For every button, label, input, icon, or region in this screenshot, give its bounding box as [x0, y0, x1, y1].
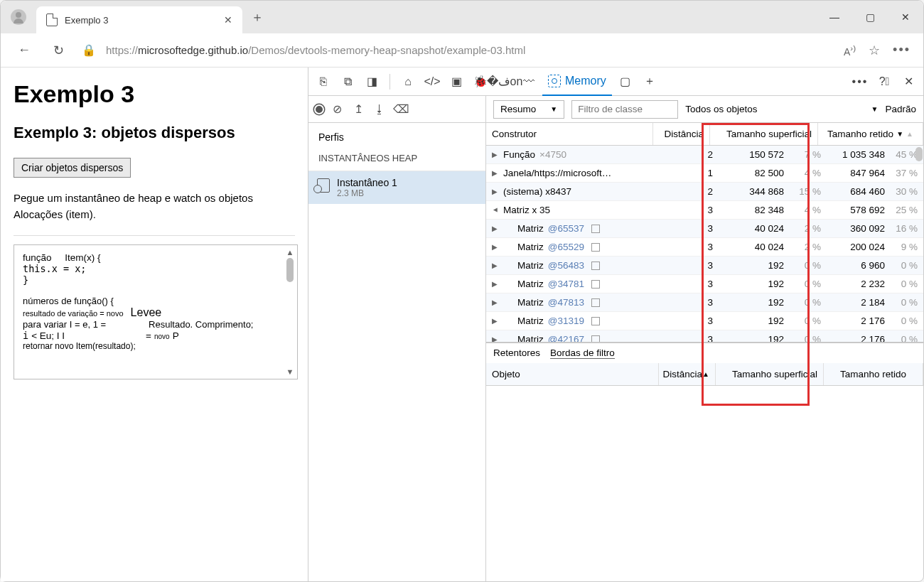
col-distance[interactable]: Distância — [653, 123, 710, 145]
memory-tab[interactable]: Memory — [542, 68, 612, 96]
close-tab-icon[interactable]: ✕ — [224, 14, 232, 26]
elements-icon[interactable]: </> — [421, 71, 443, 92]
col-constructor[interactable]: Construtor — [486, 123, 653, 145]
table-row[interactable]: ▶Matriz @3131931920 %2 1760 % — [486, 312, 923, 330]
table-row[interactable]: ▶Matriz @4781331920 %2 1840 % — [486, 293, 923, 312]
profiles-label: Perfis — [308, 123, 485, 149]
checkbox-icon[interactable] — [591, 298, 600, 307]
clear-icon[interactable]: ⊘ — [328, 102, 345, 116]
code-scrollbar[interactable]: ▲▼ — [284, 248, 296, 376]
close-devtools-icon[interactable]: ✕ — [898, 71, 919, 92]
url-protocol: https:// — [106, 44, 138, 56]
expand-icon[interactable]: ▶ — [492, 280, 499, 288]
upload-icon[interactable]: ↥ — [350, 102, 367, 116]
add-tab-icon[interactable]: ＋ — [639, 71, 660, 92]
col-retained[interactable]: Tamanho retido▼▲ — [818, 123, 923, 145]
snapshot-icon — [317, 178, 330, 193]
application-icon[interactable]: ▢ — [615, 71, 636, 92]
table-row[interactable]: ▶Matriz @65537340 0242 %360 09216 % — [486, 220, 923, 238]
maximize-button[interactable]: ▢ — [852, 1, 888, 33]
snapshot-item[interactable]: Instantâneo 1 2.3 MB — [308, 171, 485, 204]
standard-label[interactable]: Padrão — [885, 104, 916, 114]
dock-icon[interactable]: ◨ — [361, 71, 382, 92]
expand-icon[interactable]: ▶ — [492, 298, 499, 306]
checkbox-icon[interactable] — [591, 280, 600, 289]
lock-icon: 🔒 — [82, 43, 96, 57]
col-shallow2[interactable]: Tamanho superficial — [716, 363, 824, 385]
url-field[interactable]: 🔒 https://microsoftedge.github.io/Demos/… — [82, 43, 831, 57]
expand-icon[interactable]: ▶ — [492, 262, 499, 269]
expand-icon[interactable]: ▶ — [492, 169, 499, 177]
back-button[interactable]: ← — [14, 43, 35, 58]
address-bar: ← ↻ 🔒 https://microsoftedge.github.io/De… — [1, 33, 923, 68]
devtools-menu-icon[interactable]: ••• — [849, 71, 871, 92]
table-row[interactable]: ▶(sistema) x84372344 86815 %684 46030 % — [486, 183, 923, 201]
minimize-button[interactable]: — — [817, 1, 852, 33]
heap-snapshots-label: INSTANTÂNEOS HEAP — [308, 149, 485, 171]
table-row[interactable]: ▶Janela/https://microsoft…182 5004 %847 … — [486, 164, 923, 183]
table-row[interactable]: ▶Matriz @65529340 0242 %200 0249 % — [486, 238, 923, 257]
new-tab-button[interactable]: ＋ — [251, 9, 264, 26]
expand-icon[interactable]: ▼ — [492, 207, 500, 214]
checkbox-icon[interactable] — [591, 335, 600, 342]
browser-tab[interactable]: Exemplo 3 ✕ — [36, 6, 242, 33]
col-retained2[interactable]: Tamanho retido — [824, 363, 923, 385]
table-row[interactable]: ▶Função ×47502150 5727 %1 035 34845 % — [486, 146, 923, 164]
expand-icon[interactable]: ▶ — [492, 225, 499, 232]
menu-icon[interactable]: ••• — [893, 43, 910, 58]
create-objects-button[interactable]: Criar objetos dispersos — [14, 158, 131, 178]
performance-icon[interactable]: 〰 — [518, 71, 539, 92]
read-aloud-icon[interactable]: A›) — [844, 43, 856, 58]
snapshot-size: 2.3 MB — [337, 188, 397, 198]
refresh-button[interactable]: ↻ — [48, 43, 69, 58]
class-filter-input[interactable] — [571, 100, 678, 119]
grid-body: ▶Função ×47502150 5727 %1 035 34845 %▶Ja… — [486, 146, 923, 342]
help-icon[interactable]: ?⃝ — [874, 71, 895, 92]
tab-title: Exemplo 3 — [65, 15, 217, 26]
delete-icon[interactable]: ⌫ — [392, 102, 409, 116]
table-row[interactable]: ▶Matriz @3478131920 %2 2320 % — [486, 275, 923, 293]
table-row[interactable]: ▼Matriz x 35382 3484 %578 69225 % — [486, 201, 923, 220]
grid-header: Construtor Distância Tamanho superficial… — [486, 123, 923, 146]
table-row[interactable]: ▶Matriz @5648331920 %6 9600 % — [486, 257, 923, 275]
expand-icon[interactable]: ▶ — [492, 243, 499, 251]
welcome-icon[interactable]: ⌂ — [397, 71, 419, 92]
checkbox-icon[interactable] — [591, 317, 600, 325]
col-distance2[interactable]: Distância ▲ — [659, 363, 716, 385]
checkbox-icon[interactable] — [591, 262, 600, 270]
expand-icon[interactable]: ▶ — [492, 335, 499, 342]
profile-button[interactable] — [1, 9, 36, 25]
network-icon[interactable]: �فon — [494, 71, 515, 92]
checkbox-icon[interactable] — [591, 225, 600, 233]
profiles-sidebar: ⊘ ↥ ⭳ ⌫ Perfis INSTANTÂNEOS HEAP Instant… — [308, 96, 486, 581]
favorite-icon[interactable]: ☆ — [869, 43, 880, 58]
summary-select[interactable]: Resumo▼ — [493, 100, 564, 119]
expand-icon[interactable]: ▶ — [492, 151, 499, 158]
document-icon — [46, 14, 58, 26]
url-path: /Demos/devtools-memory-heap-snapshot/exa… — [248, 44, 525, 56]
retainers-label[interactable]: Retentores — [493, 347, 540, 358]
snapshot-name: Instantâneo 1 — [337, 177, 397, 188]
filter-edges-label[interactable]: Bordas de filtro — [550, 347, 615, 359]
download-icon[interactable]: ⭳ — [371, 103, 388, 116]
checkbox-icon[interactable] — [591, 243, 600, 252]
device-icon[interactable]: ⧉ — [337, 71, 358, 92]
console-icon[interactable]: ▣ — [446, 71, 467, 92]
record-icon[interactable] — [314, 104, 324, 114]
titlebar: Exemplo 3 ✕ ＋ — ▢ ✕ — [1, 1, 923, 33]
col-shallow[interactable]: Tamanho superficial — [710, 123, 818, 145]
col-object[interactable]: Objeto — [486, 363, 659, 385]
inspect-icon[interactable]: ⎘ — [313, 71, 334, 92]
expand-icon[interactable]: ▶ — [492, 317, 499, 325]
url-host: microsoftedge.github.io — [138, 44, 248, 56]
grid-scrollbar[interactable] — [915, 147, 923, 161]
all-objects-select[interactable]: Todos os objetos▼ — [685, 104, 878, 114]
chip-icon — [548, 75, 561, 87]
divider — [14, 235, 295, 236]
close-window-button[interactable]: ✕ — [888, 1, 923, 33]
page-h2: Exemplo 3: objetos dispersos — [14, 124, 295, 142]
table-row[interactable]: ▶Matriz @4216731920 %2 1760 % — [486, 330, 923, 342]
devtools-panel: ⎘ ⧉ ◨ ⌂ </> ▣ 🐞 �فon 〰 Memory ▢ ＋ ••• ?⃝ — [308, 68, 923, 581]
page-paragraph: Pegue um instantâneo de heap e watch os … — [14, 190, 295, 222]
expand-icon[interactable]: ▶ — [492, 188, 499, 195]
